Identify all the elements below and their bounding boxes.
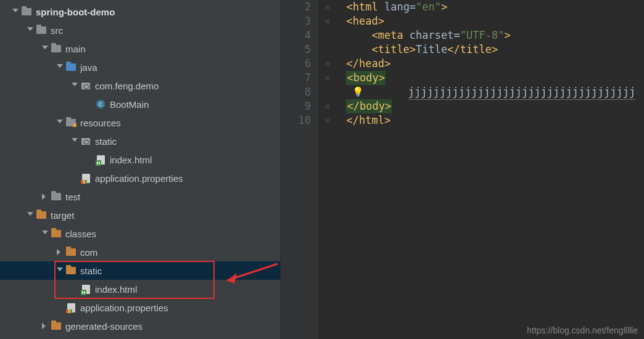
class-icon: C [95,99,106,109]
code-editor[interactable]: 2345678910 ⊟ <html lang="en"> ⊟ <head> <… [281,0,644,339]
fold-icon[interactable]: ⊟ [321,0,334,14]
pkg-icon [80,136,91,146]
expand-arrow-icon[interactable] [56,248,64,256]
code-line: 💡 jjjjjjjjjjjjjjjjjjjjjjjjjjjjjjjjjjjj [321,85,644,99]
ide-root: spring-boot-demosrcmainjavacom.feng.demo… [0,0,644,339]
folder-icon [51,192,62,202]
tree-node-label: com [80,247,97,258]
folder-orange-icon [65,247,76,257]
line-number: 10 [281,113,311,128]
line-number: 6 [281,57,311,71]
line-number: 5 [281,43,311,57]
tree-node-label: java [80,62,97,73]
annotation-red-arrow [216,259,281,290]
intention-bulb-icon[interactable]: 💡 [352,85,364,99]
line-number: 3 [281,14,311,28]
fold-icon[interactable]: ⊟ [321,57,334,71]
prop-icon [65,303,76,312]
tree-node-label: BootMain [110,99,149,110]
folder-icon [36,25,47,35]
folder-icon [21,7,32,17]
code-line: ⊟ <head> [321,14,644,28]
folder-orange-icon [51,229,62,239]
expand-arrow-icon[interactable] [56,118,64,127]
expand-arrow-icon[interactable] [41,192,49,201]
tree-node-application-properties[interactable]: application.properties [0,298,280,317]
tree-node-label: com.feng.demo [95,81,159,91]
tree-node-BootMain[interactable]: CBootMain [0,95,280,113]
code-line: ⊟ </body> [321,99,644,113]
watermark-text: https://blog.csdn.net/fengllllle [527,325,638,335]
line-number: 2 [281,0,311,14]
tree-node-label: generated-sources [65,321,142,332]
pkg-icon [80,81,91,91]
html-icon [95,155,106,165]
line-number: 8 [281,85,311,99]
annotation-red-box [54,261,215,299]
editor-code-area[interactable]: ⊟ <html lang="en"> ⊟ <head> <meta charse… [318,0,644,339]
tree-node-index-html[interactable]: index.html [0,150,280,169]
expand-arrow-icon[interactable] [26,211,35,219]
code-line: ⊟ <body> [321,71,644,85]
tree-node-main[interactable]: main [0,39,280,58]
expand-arrow-icon[interactable] [56,63,64,71]
expand-arrow-icon[interactable] [70,81,79,90]
tree-node-spring-boot-demo[interactable]: spring-boot-demo [0,2,280,21]
tree-node-application-properties[interactable]: application.properties [0,169,280,187]
expand-arrow-icon[interactable] [41,229,49,238]
tree-node-label: classes [65,229,96,239]
svg-marker-1 [227,273,237,284]
line-number: 7 [281,71,311,85]
expand-arrow-icon[interactable] [11,7,20,16]
expand-arrow-icon[interactable] [26,26,35,35]
tree-node-label: target [51,210,74,221]
folder-resources-icon [65,118,76,128]
fold-icon[interactable]: ⊟ [321,113,334,128]
tree-node-resources[interactable]: resources [0,113,280,132]
folder-icon [51,44,62,54]
tree-node-label: application.properties [80,303,168,313]
tree-node-label: main [65,44,86,54]
tree-node-test[interactable]: test [0,187,280,206]
code-line: ⊟ </head> [321,57,644,71]
tree-node-label: resources [80,118,121,128]
tree-node-label: index.html [110,155,152,165]
code-line: <title>Title</title> [321,43,644,57]
tree-node-src[interactable]: src [0,21,280,39]
tree-node-target[interactable]: target [0,206,280,224]
tree-node-classes[interactable]: classes [0,224,280,243]
tree-node-label: test [65,192,80,202]
tree-node-com-feng-demo[interactable]: com.feng.demo [0,76,280,95]
fold-icon[interactable]: ⊟ [321,99,334,113]
tree-node-label: spring-boot-demo [36,7,115,17]
line-number: 9 [281,99,311,113]
fold-icon[interactable]: ⊟ [321,71,334,85]
folder-orange-icon [36,210,47,220]
code-line: ⊟ </html> [321,113,644,128]
prop-icon [80,173,91,183]
tree-node-label: application.properties [95,173,183,184]
line-number: 4 [281,28,311,43]
code-line: <meta charset="UTF-8"> [321,28,644,43]
tree-node-label: static [95,136,117,147]
expand-arrow-icon[interactable] [41,322,49,330]
code-line: ⊟ <html lang="en"> [321,0,644,14]
tree-node-generated-sources[interactable]: generated-sources [0,317,280,335]
project-tree[interactable]: spring-boot-demosrcmainjavacom.feng.demo… [0,0,281,339]
tree-node-java[interactable]: java [0,58,280,76]
folder-blue-icon [65,62,76,72]
expand-arrow-icon[interactable] [41,44,49,53]
expand-arrow-icon[interactable] [70,137,79,145]
tree-node-static[interactable]: static [0,132,280,150]
fold-icon[interactable]: ⊟ [321,14,334,28]
tree-node-label: src [51,25,63,36]
editor-gutter: 2345678910 [281,0,318,339]
folder-orange-icon [51,321,62,331]
